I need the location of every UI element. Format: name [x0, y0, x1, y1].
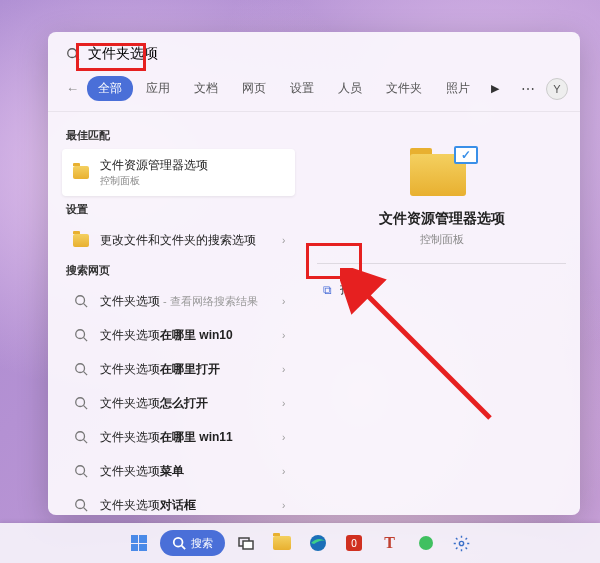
result-title: 文件夹选项对话框 [100, 497, 272, 514]
svg-line-5 [84, 338, 88, 342]
web-result-item[interactable]: 文件夹选项怎么打开› [62, 386, 295, 420]
search-bar [48, 32, 580, 72]
svg-rect-22 [243, 541, 253, 549]
chevron-right-icon: › [282, 432, 285, 443]
filter-more-button[interactable]: ▶ [483, 78, 507, 99]
search-icon [72, 496, 90, 514]
chevron-right-icon: › [282, 364, 285, 375]
search-icon [172, 536, 186, 550]
taskbar: 搜索 0 T [0, 523, 600, 563]
svg-line-13 [84, 474, 88, 478]
svg-point-6 [76, 364, 85, 373]
section-settings: 设置 [66, 202, 295, 217]
edge-button[interactable] [303, 528, 333, 558]
detail-pane: ✓ 文件资源管理器选项 控制面板 ⧉ 打开 [303, 112, 580, 515]
account-avatar[interactable]: Y [546, 78, 568, 100]
open-action[interactable]: ⧉ 打开 [317, 274, 566, 305]
search-input[interactable] [88, 46, 562, 62]
settings-result-item[interactable]: 更改文件和文件夹的搜索选项 › [62, 223, 295, 257]
web-result-item[interactable]: 文件夹选项 - 查看网络搜索结果› [62, 284, 295, 318]
search-icon [72, 428, 90, 446]
folder-options-icon [72, 164, 90, 182]
svg-point-8 [76, 398, 85, 407]
folder-options-large-icon: ✓ [410, 148, 474, 200]
result-title: 文件夹选项怎么打开 [100, 395, 272, 412]
taskbar-search-label: 搜索 [191, 536, 213, 551]
chevron-right-icon: › [282, 330, 285, 341]
svg-line-7 [84, 372, 88, 376]
filter-photos[interactable]: 照片 [435, 76, 481, 101]
result-title: 文件夹选项菜单 [100, 463, 272, 480]
result-title: 文件夹选项在哪里 win11 [100, 429, 272, 446]
result-title: 文件夹选项在哪里打开 [100, 361, 272, 378]
search-icon [66, 47, 80, 61]
filter-people[interactable]: 人员 [327, 76, 373, 101]
taskbar-search[interactable]: 搜索 [160, 530, 225, 556]
filter-web[interactable]: 网页 [231, 76, 277, 101]
more-options-button[interactable]: ⋯ [513, 77, 544, 101]
chevron-right-icon: › [282, 235, 285, 246]
svg-line-3 [84, 304, 88, 308]
svg-point-4 [76, 330, 85, 339]
search-window: ← 全部 应用 文档 网页 设置 人员 文件夹 照片 ▶ ⋯ Y 最佳匹配 文件… [48, 32, 580, 515]
svg-point-10 [76, 432, 85, 441]
filter-row: ← 全部 应用 文档 网页 设置 人员 文件夹 照片 ▶ ⋯ Y [48, 72, 580, 112]
svg-point-14 [76, 500, 85, 509]
start-button[interactable] [124, 528, 154, 558]
svg-point-0 [68, 49, 77, 58]
open-icon: ⧉ [323, 283, 332, 297]
divider [317, 263, 566, 264]
search-icon [72, 326, 90, 344]
svg-point-27 [459, 541, 463, 545]
svg-line-20 [181, 546, 185, 550]
result-title: 文件夹选项 - 查看网络搜索结果 [100, 293, 272, 310]
best-match-item[interactable]: 文件资源管理器选项 控制面板 [62, 149, 295, 196]
web-result-item[interactable]: 文件夹选项在哪里打开› [62, 352, 295, 386]
search-icon [72, 360, 90, 378]
svg-line-9 [84, 406, 88, 410]
results-column: 最佳匹配 文件资源管理器选项 控制面板 设置 更改文件和文件夹的搜索选项 › 搜… [48, 112, 303, 515]
filter-folders[interactable]: 文件夹 [375, 76, 433, 101]
svg-point-26 [419, 536, 433, 550]
file-explorer-button[interactable] [267, 528, 297, 558]
result-subtitle: 控制面板 [100, 174, 285, 188]
svg-point-2 [76, 296, 85, 305]
task-view-button[interactable] [231, 528, 261, 558]
chevron-right-icon: › [282, 500, 285, 511]
app-icon-green[interactable] [411, 528, 441, 558]
search-icon [72, 394, 90, 412]
chevron-right-icon: › [282, 296, 285, 307]
result-title: 文件资源管理器选项 [100, 157, 285, 174]
svg-point-19 [173, 538, 182, 547]
filter-all[interactable]: 全部 [87, 76, 133, 101]
app-icon-t[interactable]: T [375, 528, 405, 558]
chevron-right-icon: › [282, 398, 285, 409]
open-label: 打开 [340, 281, 364, 298]
svg-point-12 [76, 466, 85, 475]
result-title: 更改文件和文件夹的搜索选项 [100, 232, 272, 249]
filter-documents[interactable]: 文档 [183, 76, 229, 101]
web-result-item[interactable]: 文件夹选项在哪里 win11› [62, 420, 295, 454]
result-title: 文件夹选项在哪里 win10 [100, 327, 272, 344]
section-best-match: 最佳匹配 [66, 128, 295, 143]
svg-text:0: 0 [351, 538, 357, 549]
search-icon [72, 292, 90, 310]
folder-search-icon [72, 231, 90, 249]
web-result-item[interactable]: 文件夹选项对话框› [62, 488, 295, 515]
detail-title: 文件资源管理器选项 [317, 210, 566, 228]
filter-settings[interactable]: 设置 [279, 76, 325, 101]
section-web: 搜索网页 [66, 263, 295, 278]
svg-line-15 [84, 508, 88, 512]
settings-button[interactable] [447, 528, 477, 558]
svg-line-1 [76, 57, 80, 61]
detail-subtitle: 控制面板 [317, 232, 566, 247]
back-button[interactable]: ← [60, 77, 85, 100]
web-result-item[interactable]: 文件夹选项菜单› [62, 454, 295, 488]
web-result-item[interactable]: 文件夹选项在哪里 win10› [62, 318, 295, 352]
search-icon [72, 462, 90, 480]
app-icon-red[interactable]: 0 [339, 528, 369, 558]
chevron-right-icon: › [282, 466, 285, 477]
svg-line-11 [84, 440, 88, 444]
filter-apps[interactable]: 应用 [135, 76, 181, 101]
